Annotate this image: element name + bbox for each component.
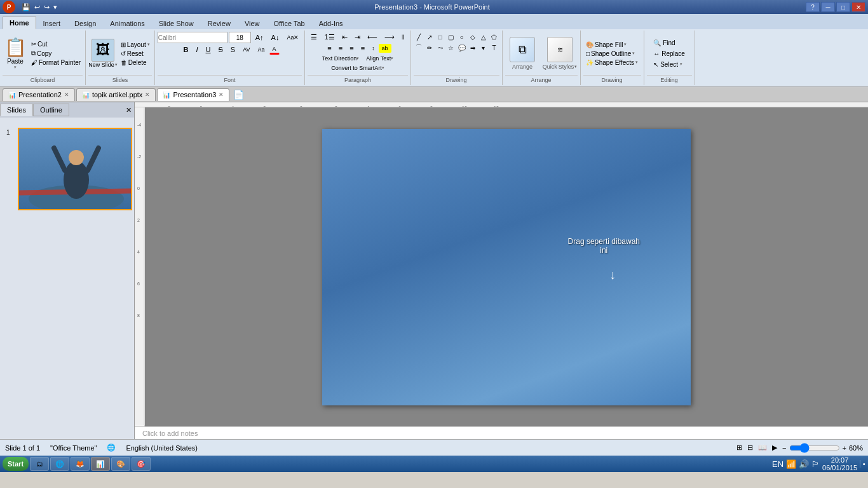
qat-undo[interactable]: ↩ [33, 3, 41, 11]
close-btn[interactable]: ✕ [851, 2, 865, 12]
grow-font-button[interactable]: A↑ [252, 32, 267, 43]
new-slide-dropdown[interactable]: ▾ [115, 62, 118, 67]
shape-star[interactable]: ☆ [446, 43, 456, 53]
shape-connector[interactable]: ⤳ [435, 43, 445, 53]
slide-item-1[interactable]: 1 [18, 128, 129, 210]
slide-thumbnail-1[interactable] [18, 128, 132, 210]
text-direction-button[interactable]: Text Direction ▾ [319, 54, 363, 63]
slide-sorter-btn[interactable]: ⊟ [747, 444, 753, 452]
shape-pentagon[interactable]: ⬠ [489, 32, 499, 42]
reading-view-btn[interactable]: 📖 [758, 444, 767, 452]
taskbar-photoshop[interactable]: 🎨 [111, 457, 130, 471]
taskbar-explorer[interactable]: 🗂 [30, 457, 49, 471]
taskbar-firefox[interactable]: 🦊 [71, 457, 90, 471]
shape-arrow[interactable]: ↗ [424, 32, 435, 42]
bold-button[interactable]: B [180, 44, 192, 55]
numbering-button[interactable]: 1☰ [321, 32, 337, 43]
rtl-button[interactable]: ⟵ [364, 32, 381, 43]
panel-tab-outline[interactable]: Outline [33, 104, 69, 116]
minimize-btn[interactable]: ─ [821, 2, 835, 12]
shape-rect[interactable]: □ [435, 32, 445, 42]
tab-insert[interactable]: Insert [36, 17, 68, 29]
italic-button[interactable]: I [193, 44, 201, 55]
case-button[interactable]: Aa [255, 45, 268, 54]
tab-review[interactable]: Review [201, 17, 238, 29]
layout-button[interactable]: ⊞ Layout ▾ [119, 41, 152, 49]
quick-access-toolbar[interactable]: 💾 ↩ ↪ ▾ [20, 3, 58, 11]
columns-button[interactable]: ⫴ [398, 32, 408, 43]
qat-save[interactable]: 💾 [20, 3, 32, 11]
window-controls[interactable]: ? ─ □ ✕ [806, 2, 865, 12]
paste-button[interactable]: 📋 Paste ▾ [3, 36, 28, 71]
notes-area[interactable]: Click to add notes [135, 426, 868, 439]
copy-button[interactable]: ⧉ Copy [29, 49, 83, 58]
start-button[interactable]: Start [3, 457, 29, 471]
maximize-btn[interactable]: □ [836, 2, 850, 12]
shape-effects-button[interactable]: ✨ Shape Effects ▾ [584, 58, 640, 67]
panel-tab-slides[interactable]: Slides [0, 104, 33, 116]
format-painter-button[interactable]: 🖌 Format Painter [29, 58, 83, 67]
doc-tab-close-1[interactable]: ✕ [145, 92, 150, 98]
tab-slideshow[interactable]: Slide Show [152, 17, 201, 29]
slides-container[interactable]: 1 [0, 118, 134, 439]
tab-addins[interactable]: Add-Ins [312, 17, 350, 29]
replace-button[interactable]: ↔ Replace [651, 49, 688, 58]
font-color-button[interactable]: A [269, 44, 280, 55]
zoom-slider[interactable] [789, 443, 840, 453]
taskbar-ie[interactable]: 🌐 [50, 457, 69, 471]
char-spacing-button[interactable]: AV [240, 45, 253, 54]
slide-canvas[interactable]: Drag seperti dibawah ini ↓ [145, 107, 868, 426]
normal-view-btn[interactable]: ⊞ [736, 444, 742, 452]
tab-view[interactable]: View [238, 17, 267, 29]
select-button[interactable]: ↖ Select ▾ [651, 60, 688, 69]
tab-home[interactable]: Home [3, 17, 36, 29]
underline-button[interactable]: U [203, 44, 214, 55]
strikethrough-button[interactable]: S [215, 44, 226, 55]
reset-button[interactable]: ↺ Reset [119, 50, 152, 58]
qat-redo[interactable]: ↪ [43, 3, 51, 11]
quick-styles-icon[interactable]: ≋ [547, 37, 573, 62]
shape-rounded-rect[interactable]: ▢ [446, 32, 456, 42]
tab-design[interactable]: Design [67, 17, 103, 29]
shape-triangle[interactable]: △ [478, 32, 489, 42]
qat-dropdown[interactable]: ▾ [52, 3, 58, 11]
decrease-indent-button[interactable]: ⇤ [339, 32, 351, 43]
arrange-icon[interactable]: ⧉ [510, 37, 535, 62]
shrink-font-button[interactable]: A↓ [268, 32, 283, 43]
tab-animations[interactable]: Animations [103, 17, 151, 29]
tab-officetab[interactable]: Office Tab [267, 17, 312, 29]
help-btn[interactable]: ? [806, 2, 820, 12]
align-text-button[interactable]: Align Text ▾ [363, 54, 397, 63]
line-spacing-button[interactable]: ↕ [369, 44, 378, 53]
shape-diamond[interactable]: ◇ [468, 32, 478, 42]
shape-fill-button[interactable]: 🎨 Shape Fill ▾ [584, 41, 640, 49]
delete-button[interactable]: 🗑 Delete [119, 58, 152, 67]
find-button[interactable]: 🔍 Find [651, 38, 688, 48]
new-slide-label[interactable]: New Slide ▾ [88, 62, 118, 68]
slideshow-btn[interactable]: ▶ [772, 444, 777, 452]
highlight-button[interactable]: ab [379, 44, 391, 53]
taskbar-app[interactable]: 🎯 [132, 457, 151, 471]
shape-callout[interactable]: 💬 [457, 43, 467, 53]
new-tab-button[interactable]: 📄 [231, 90, 247, 100]
align-left-button[interactable]: ≡ [324, 43, 334, 53]
convert-smartart-button[interactable]: Convert to SmartArt ▾ [328, 64, 388, 72]
doc-tab-close-0[interactable]: ✕ [64, 92, 69, 98]
shape-outline-button[interactable]: □ Shape Outline ▾ [584, 50, 640, 58]
shape-freeform[interactable]: ✏ [424, 43, 435, 53]
shape-more[interactable]: ▾ [478, 43, 489, 53]
font-size-input[interactable] [229, 32, 251, 43]
increase-indent-button[interactable]: ⇥ [351, 32, 363, 43]
doc-tab-2[interactable]: 📊 Presentation3 ✕ [157, 88, 229, 101]
justify-button[interactable]: ≡ [358, 43, 368, 53]
shape-curve[interactable]: ⌒ [414, 43, 424, 53]
paste-dropdown[interactable]: ▾ [14, 65, 17, 70]
cut-button[interactable]: ✂ Cut [29, 40, 83, 48]
clear-format-button[interactable]: Aa✕ [283, 33, 302, 42]
shadow-button[interactable]: S [227, 44, 238, 55]
taskbar-powerpoint[interactable]: 📊 [91, 457, 110, 471]
show-desktop-btn[interactable]: ▪ [860, 460, 865, 468]
zoom-in-btn[interactable]: + [843, 444, 846, 452]
bullets-button[interactable]: ☰ [308, 32, 320, 43]
shape-textbox[interactable]: T [489, 43, 499, 53]
